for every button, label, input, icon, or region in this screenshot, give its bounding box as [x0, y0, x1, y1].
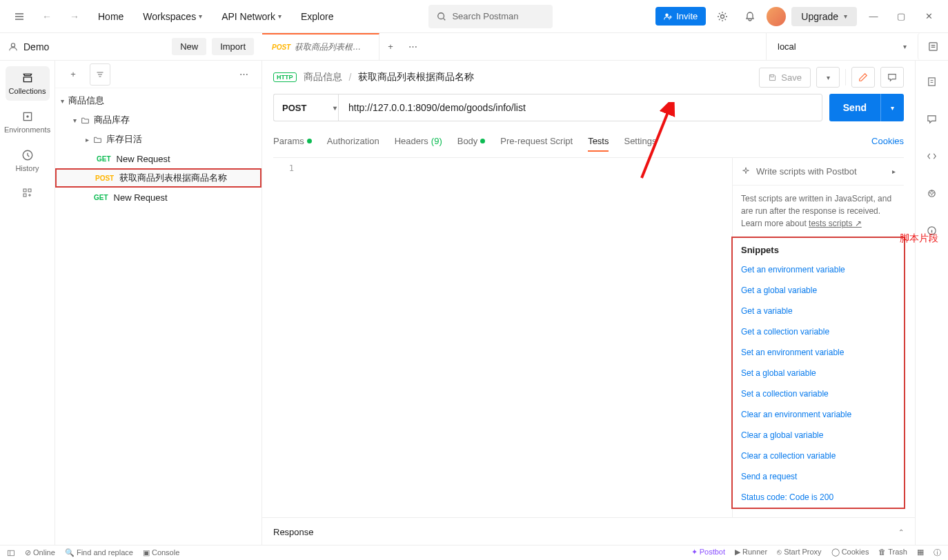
window-close-icon[interactable]: ✕ — [918, 6, 940, 28]
new-tab-button[interactable]: + — [379, 36, 402, 58]
tree-folder[interactable]: ▾商品库存 — [55, 110, 261, 130]
tab-tests[interactable]: Tests — [588, 132, 609, 150]
sparkle-icon — [741, 167, 751, 177]
forward-icon[interactable]: → — [63, 6, 86, 28]
tab-settings[interactable]: Settings — [624, 132, 656, 150]
snippets-description: Test scripts are written in JavaScript, … — [733, 186, 904, 237]
rail-configure[interactable] — [6, 182, 50, 204]
tab-pre-request[interactable]: Pre-request Script — [500, 132, 573, 150]
chevron-up-icon[interactable]: ⌃ — [898, 528, 904, 536]
hamburger-icon[interactable] — [8, 6, 30, 28]
breadcrumb: HTTP 商品信息 / 获取商品列表根据商品名称 Save ▾ — [262, 61, 915, 94]
footer-layout-icon[interactable]: ▦ — [917, 548, 924, 558]
save-button[interactable]: Save — [759, 68, 811, 88]
footer-help-icon[interactable]: ⓘ — [934, 548, 941, 558]
new-button[interactable]: New — [172, 38, 206, 55]
send-button[interactable]: Send▾ — [829, 94, 904, 121]
snippet-item[interactable]: Get a variable — [741, 301, 896, 321]
back-icon[interactable]: ← — [36, 6, 58, 28]
url-input[interactable]: http://127.0.0.1:8090/demo/goods/info/li… — [338, 94, 822, 121]
invite-button[interactable]: Invite — [655, 7, 706, 26]
search-input[interactable]: Search Postman — [428, 5, 553, 28]
rail-collections[interactable]: Collections — [6, 66, 50, 101]
snippet-item[interactable]: Get a collection variable — [741, 321, 896, 342]
svg-point-3 — [11, 43, 14, 46]
snippet-item[interactable]: Set a collection variable — [741, 383, 896, 404]
window-maximize-icon[interactable]: ▢ — [890, 6, 912, 28]
footer-postbot[interactable]: ✦ Postbot — [691, 548, 725, 558]
snippet-item[interactable]: Get an environment variable — [741, 259, 896, 280]
nav-workspaces[interactable]: Workspaces ▾ — [136, 7, 209, 26]
snippet-item[interactable]: Clear a collection variable — [741, 446, 896, 466]
snippets-heading: Snippets — [733, 238, 904, 259]
find-replace[interactable]: 🔍 Find and replace — [65, 548, 133, 557]
online-status[interactable]: ⊘ Online — [25, 548, 55, 557]
status-bar: ⊘ Online 🔍 Find and replace ▣ Console ✦ … — [0, 545, 948, 560]
tree-collection[interactable]: ▾商品信息 — [55, 91, 261, 110]
main-panel: HTTP 商品信息 / 获取商品列表根据商品名称 Save ▾ POST▾ ht… — [262, 61, 915, 546]
environment-selector[interactable]: local▾ — [766, 33, 918, 60]
sidebar-toggle-icon[interactable] — [7, 549, 15, 557]
workspace-selector[interactable]: Demo — [8, 41, 49, 52]
nav-home[interactable]: Home — [91, 7, 130, 26]
svg-point-6 — [26, 115, 28, 117]
tab-body[interactable]: Body — [457, 132, 486, 150]
postbot-row[interactable]: Write scripts with Postbot ▸ — [733, 158, 904, 186]
snippet-item[interactable]: Clear a global variable — [741, 425, 896, 446]
tab-authorization[interactable]: Authorization — [327, 132, 379, 150]
lightbulb-icon[interactable] — [921, 182, 943, 204]
response-bar[interactable]: Response ⌃ — [262, 517, 915, 546]
folder-icon — [93, 135, 102, 144]
cookies-link[interactable]: Cookies — [871, 136, 904, 146]
footer-trash[interactable]: 🗑 Trash — [878, 548, 907, 558]
settings-icon[interactable] — [711, 6, 733, 28]
tree-request[interactable]: GETNew Request — [55, 149, 261, 168]
rail-environments[interactable]: Environments — [6, 105, 50, 139]
footer-cookies[interactable]: ◯ Cookies — [831, 548, 869, 558]
snippet-item[interactable]: Send a request — [741, 466, 896, 487]
create-icon[interactable]: + — [62, 63, 84, 86]
upgrade-button[interactable]: Upgrade▾ — [791, 7, 857, 26]
tab-options-icon[interactable]: ⋯ — [402, 36, 424, 58]
tab-headers[interactable]: Headers (9) — [395, 132, 442, 150]
snippet-item[interactable]: Set a global variable — [741, 363, 896, 383]
nav-api-network[interactable]: API Network ▾ — [215, 7, 288, 26]
edit-icon[interactable] — [851, 67, 875, 88]
filter-icon[interactable] — [90, 63, 110, 86]
code-icon[interactable] — [921, 145, 943, 167]
comment-icon[interactable] — [880, 67, 904, 88]
snippet-item[interactable]: Clear an environment variable — [741, 404, 896, 425]
footer-proxy[interactable]: ⎋ Start Proxy — [777, 548, 821, 558]
tests-scripts-link[interactable]: tests scripts ↗ — [809, 219, 862, 228]
snippet-item[interactable]: Status code: Code is 200 — [741, 487, 896, 508]
rail-history[interactable]: History — [6, 143, 50, 178]
notifications-icon[interactable] — [739, 6, 761, 28]
tab-params[interactable]: Params — [273, 132, 312, 150]
snippet-item[interactable]: Set an environment variable — [741, 342, 896, 363]
avatar[interactable] — [767, 7, 786, 26]
line-gutter: 1 — [273, 158, 301, 517]
send-dropdown[interactable]: ▾ — [880, 94, 904, 121]
tree-request[interactable]: GETNew Request — [55, 188, 261, 207]
console-toggle[interactable]: ▣ Console — [143, 548, 179, 557]
request-tab[interactable]: POST 获取商品列表根据商品名 — [262, 33, 379, 60]
footer-runner[interactable]: ▶ Runner — [735, 548, 767, 558]
comments-icon[interactable] — [921, 108, 943, 130]
window-minimize-icon[interactable]: — — [862, 6, 885, 28]
method-selector[interactable]: POST▾ — [273, 94, 345, 121]
svg-point-2 — [721, 14, 724, 18]
docs-icon[interactable] — [921, 70, 943, 92]
import-button[interactable]: Import — [212, 38, 254, 55]
snippet-item[interactable]: Get a global variable — [741, 280, 896, 301]
svg-rect-9 — [28, 189, 31, 192]
sidebar-options-icon[interactable]: ⋯ — [233, 63, 255, 86]
tree-subfolder[interactable]: ▸库存日活 — [55, 130, 261, 149]
env-quicklook-icon[interactable] — [918, 33, 948, 60]
code-editor[interactable]: 1 — [273, 158, 733, 517]
collections-icon — [21, 72, 34, 84]
nav-explore[interactable]: Explore — [294, 7, 340, 26]
save-dropdown[interactable]: ▾ — [816, 67, 840, 88]
tree-request-active[interactable]: POST获取商品列表根据商品名称 — [55, 168, 261, 188]
tab-method: POST — [272, 43, 290, 51]
breadcrumb-parent[interactable]: 商品信息 — [304, 71, 342, 83]
